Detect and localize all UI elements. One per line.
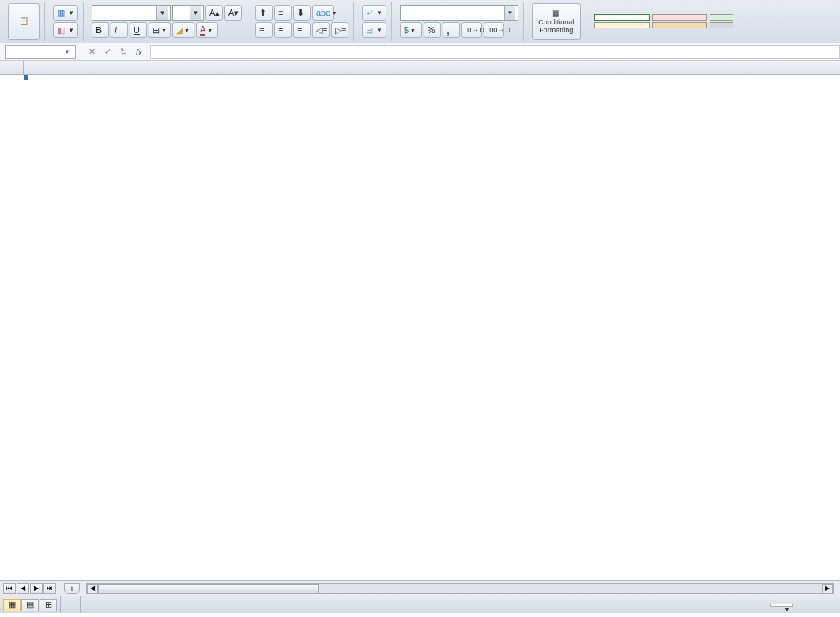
tab-prev-button[interactable]: ◀ bbox=[17, 583, 29, 594]
tab-first-button[interactable]: ⏮ bbox=[3, 583, 16, 594]
style-calculation[interactable] bbox=[652, 22, 707, 28]
align-middle-button[interactable]: ≡ bbox=[274, 5, 292, 21]
underline-button[interactable]: U bbox=[130, 22, 147, 38]
horizontal-scrollbar[interactable]: ◀ ▶ bbox=[86, 583, 834, 594]
bucket-icon: ◢ bbox=[176, 25, 183, 36]
chevron-down-icon[interactable]: ▼ bbox=[156, 6, 168, 20]
clear-button[interactable]: ◧ ▼ bbox=[53, 22, 78, 38]
font-size-combo[interactable]: ▼ bbox=[172, 5, 204, 21]
wrap-merge-group: ⤶ ▼ ⊟ ▼ bbox=[357, 2, 392, 41]
grid-icon: ▦ bbox=[8, 600, 16, 610]
insert-function-button[interactable]: fx bbox=[133, 46, 145, 58]
grow-font-icon: A▴ bbox=[209, 8, 220, 18]
grow-font-button[interactable]: A▴ bbox=[205, 5, 223, 21]
status-bar: ▦ ▤ ⊞ ▼ bbox=[0, 596, 840, 613]
fx-icon: fx bbox=[136, 47, 143, 57]
tab-last-button[interactable]: ⏭ bbox=[43, 583, 56, 594]
align-top-button[interactable]: ⬆ bbox=[255, 5, 273, 21]
borders-button[interactable]: ⊞▼ bbox=[149, 22, 171, 38]
ready-label bbox=[80, 596, 100, 613]
formula-bar-icons: ✕ ✓ ↻ fx bbox=[81, 46, 150, 58]
view-mode-label bbox=[60, 596, 80, 613]
scroll-right-button[interactable]: ▶ bbox=[822, 584, 833, 593]
align-bottom-icon: ⬇ bbox=[297, 8, 304, 18]
view-buttons: ▦ ▤ ⊞ bbox=[0, 599, 60, 611]
confirm-formula-button[interactable]: ✓ bbox=[101, 46, 114, 58]
align-center-button[interactable]: ≡ bbox=[274, 22, 292, 38]
bold-button[interactable]: B bbox=[92, 22, 109, 38]
break-icon: ⊞ bbox=[45, 600, 52, 610]
column-headers bbox=[0, 61, 840, 75]
chevron-down-icon: ▼ bbox=[376, 27, 382, 34]
fill-handle[interactable] bbox=[24, 75, 28, 80]
font-color-button[interactable]: A▼ bbox=[196, 22, 218, 38]
add-sheet-button[interactable]: + bbox=[64, 583, 80, 594]
currency-button[interactable]: $▼ bbox=[400, 22, 422, 38]
fill-icon: ▦ bbox=[57, 8, 65, 18]
percent-icon: % bbox=[428, 25, 435, 35]
percent-button[interactable]: % bbox=[424, 22, 441, 38]
normal-view-button[interactable]: ▦ bbox=[3, 599, 21, 611]
style-good[interactable] bbox=[710, 14, 733, 21]
shrink-font-button[interactable]: A▾ bbox=[224, 5, 242, 21]
scroll-thumb[interactable] bbox=[98, 584, 319, 593]
scroll-left-button[interactable]: ◀ bbox=[87, 584, 98, 593]
style-normal[interactable] bbox=[594, 14, 650, 21]
currency-icon: $ bbox=[404, 25, 409, 35]
font-group: ▼ ▼ A▴ A▾ B I U ⊞▼ ◢▼ A▼ bbox=[87, 2, 247, 41]
refresh-button[interactable]: ↻ bbox=[117, 46, 130, 58]
shrink-font-icon: A▾ bbox=[228, 8, 239, 18]
clipboard-icon: 📋 bbox=[19, 17, 28, 25]
font-name-combo[interactable]: ▼ bbox=[92, 5, 171, 21]
style-neutral[interactable] bbox=[594, 22, 650, 28]
ribbon-toolbar: 📋 ▦ ▼ ◧ ▼ ▼ ▼ A▴ A▾ B bbox=[0, 0, 840, 43]
orientation-button[interactable]: abc▼ bbox=[312, 5, 334, 21]
italic-button[interactable]: I bbox=[111, 22, 128, 38]
merge-icon: ⊟ bbox=[366, 25, 373, 36]
sheet-tabs-bar: ⏮ ◀ ▶ ⏭ + ◀ ▶ bbox=[0, 580, 840, 596]
increase-decimal-button[interactable]: .0→.00 bbox=[461, 22, 482, 38]
tab-next-button[interactable]: ▶ bbox=[30, 583, 43, 594]
chevron-down-icon: ▼ bbox=[376, 9, 382, 17]
wrap-text-button[interactable]: ⤶ ▼ bbox=[362, 5, 386, 21]
cond-format-icon: ▦ bbox=[552, 9, 559, 17]
eraser-icon: ◧ bbox=[57, 25, 65, 36]
chevron-down-icon[interactable]: ▼ bbox=[190, 6, 201, 20]
clipboard-group: 📋 bbox=[3, 2, 45, 41]
align-bottom-button[interactable]: ⬇ bbox=[293, 5, 311, 21]
tab-nav: ⏮ ◀ ▶ ⏭ bbox=[0, 583, 59, 594]
indent-left-icon: ◁≡ bbox=[316, 25, 327, 36]
comma-button[interactable]: , bbox=[443, 22, 460, 38]
page-layout-button[interactable]: ▤ bbox=[21, 599, 39, 611]
fill-button[interactable]: ▦ ▼ bbox=[53, 5, 78, 21]
number-format-combo[interactable]: ▼ bbox=[400, 5, 518, 21]
check-icon: ✓ bbox=[104, 47, 111, 57]
sum-display[interactable]: ▼ bbox=[770, 604, 793, 607]
chevron-down-icon[interactable]: ▼ bbox=[64, 48, 70, 55]
merge-button[interactable]: ⊟ ▼ bbox=[362, 22, 386, 38]
chevron-down-icon: ▼ bbox=[68, 9, 74, 17]
border-icon: ⊞ bbox=[153, 25, 160, 36]
chevron-down-icon[interactable]: ▼ bbox=[784, 606, 790, 613]
cancel-formula-button[interactable]: ✕ bbox=[85, 46, 98, 58]
chevron-down-icon[interactable]: ▼ bbox=[504, 6, 515, 20]
align-group: ⬆ ≡ ⬇ abc▼ ≡ ≡ ≡ ◁≡ ▷≡ bbox=[250, 2, 354, 41]
align-left-button[interactable]: ≡ bbox=[255, 22, 273, 38]
paste-button[interactable]: 📋 bbox=[8, 3, 40, 40]
indent-increase-button[interactable]: ▷≡ bbox=[331, 22, 348, 38]
align-right-button[interactable]: ≡ bbox=[293, 22, 311, 38]
align-middle-icon: ≡ bbox=[278, 8, 283, 17]
name-box[interactable]: ▼ bbox=[5, 45, 76, 59]
row-headers bbox=[0, 75, 24, 580]
conditional-formatting-button[interactable]: ▦ ConditionalFormatting bbox=[532, 3, 581, 40]
fill-color-button[interactable]: ◢▼ bbox=[172, 22, 194, 38]
indent-decrease-button[interactable]: ◁≡ bbox=[312, 22, 330, 38]
decrease-decimal-button[interactable]: .00→.0 bbox=[484, 22, 504, 38]
select-all-corner[interactable] bbox=[0, 61, 24, 74]
style-check[interactable] bbox=[710, 22, 733, 28]
cells-area[interactable] bbox=[24, 75, 840, 580]
style-bad[interactable] bbox=[652, 14, 707, 21]
page-break-button[interactable]: ⊞ bbox=[40, 599, 57, 611]
fill-clear-group: ▦ ▼ ◧ ▼ bbox=[48, 2, 84, 41]
formula-input[interactable] bbox=[150, 45, 840, 59]
